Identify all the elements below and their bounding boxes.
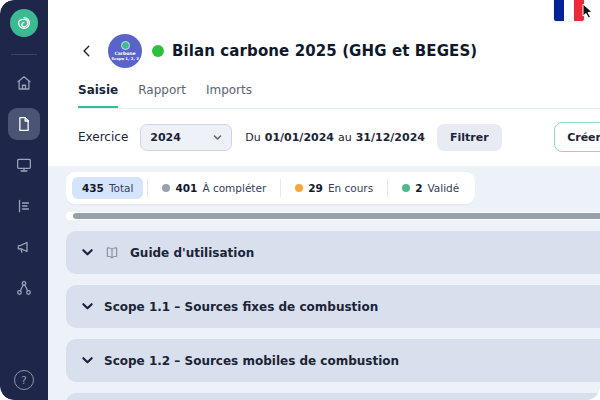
chip-total[interactable]: 435 Total xyxy=(72,177,143,199)
chevron-down-icon xyxy=(81,354,94,367)
chip-en-cours-label: En cours xyxy=(328,182,373,194)
app-window: ? Carbone Scope 1, 2, 3 Bila xyxy=(0,0,600,400)
org-chart-icon xyxy=(15,279,33,297)
chip-valide[interactable]: 2 Validé xyxy=(392,177,469,199)
gray-status-dot xyxy=(162,184,170,192)
spiral-logo-icon xyxy=(14,13,34,33)
exercice-select[interactable]: 2024 xyxy=(140,124,232,151)
accordion-scope-1-3[interactable]: Scope 1.3 – Emissions directes de procéd… xyxy=(66,393,600,400)
tab-saisie[interactable]: Saisie xyxy=(78,83,118,108)
filter-button[interactable]: Filtrer xyxy=(437,124,502,151)
chevron-down-icon xyxy=(81,246,94,259)
chip-total-label: Total xyxy=(109,182,134,194)
home-icon xyxy=(15,74,33,92)
date-range-text: Du 01/01/2024 au 31/12/2024 xyxy=(245,131,425,144)
horizontal-scrollbar-thumb[interactable] xyxy=(73,213,600,219)
filter-row: Exercice 2024 Du 01/01/2024 au 31/12/202… xyxy=(78,122,600,166)
sidebar-divider xyxy=(11,54,37,55)
exercice-selected-value: 2024 xyxy=(150,131,181,144)
header: Carbone Scope 1, 2, 3 Bilan carbone 2025… xyxy=(48,0,600,166)
document-icon xyxy=(15,115,33,133)
title-status-dot xyxy=(152,45,164,57)
tab-rapport[interactable]: Rapport xyxy=(138,83,186,108)
sidebar-item-documents[interactable] xyxy=(8,108,40,140)
chevron-down-icon xyxy=(213,133,222,142)
language-flag-french[interactable] xyxy=(554,0,584,21)
date-start: 01/01/2024 xyxy=(265,131,334,144)
report-list-icon xyxy=(15,197,33,215)
main-panel: Carbone Scope 1, 2, 3 Bilan carbone 2025… xyxy=(48,0,600,400)
exercice-label: Exercice xyxy=(78,130,128,144)
accordion-label: Scope 1.1 – Sources fixes de combustion xyxy=(104,300,378,314)
date-separator: au xyxy=(338,131,352,144)
sidebar-item-home[interactable] xyxy=(8,67,40,99)
flag-white-stripe xyxy=(564,0,574,21)
chip-divider xyxy=(147,179,148,197)
green-status-dot xyxy=(402,184,410,192)
accordion-guide-utilisation[interactable]: Guide d'utilisation xyxy=(66,231,600,274)
chip-valide-label: Validé xyxy=(427,182,459,194)
content-area: 435 Total 401 À compléter 29 En cours xyxy=(48,166,600,400)
create-button[interactable]: Créer xyxy=(554,122,600,152)
chip-a-completer-count: 401 xyxy=(175,182,197,194)
horizontal-scrollbar-track xyxy=(66,212,600,220)
date-prefix: Du xyxy=(245,131,260,144)
sidebar-item-organization[interactable] xyxy=(8,272,40,304)
sidebar-item-announcements[interactable] xyxy=(8,231,40,263)
chevron-left-icon xyxy=(80,44,94,58)
chip-total-count: 435 xyxy=(82,182,104,194)
date-end: 31/12/2024 xyxy=(356,131,425,144)
accordion-label: Guide d'utilisation xyxy=(130,246,254,260)
badge-logo-icon xyxy=(121,41,130,50)
accordion-scope-1-1[interactable]: Scope 1.1 – Sources fixes de combustion xyxy=(66,285,600,328)
help-label: ? xyxy=(21,374,27,387)
chip-divider xyxy=(387,179,388,197)
chip-a-completer-label: À compléter xyxy=(202,182,266,194)
carbone-scope-badge: Carbone Scope 1, 2, 3 xyxy=(108,34,142,68)
tab-bar: Saisie Rapport Imports xyxy=(78,83,600,109)
accordion-scope-1-2[interactable]: Scope 1.2 – Sources mobiles de combustio… xyxy=(66,339,600,382)
sidebar-item-reports[interactable] xyxy=(8,190,40,222)
megaphone-icon xyxy=(15,238,33,256)
back-button[interactable] xyxy=(78,42,96,60)
book-icon xyxy=(104,245,120,261)
accordion-label: Scope 1.2 – Sources mobiles de combustio… xyxy=(104,354,399,368)
monitor-icon xyxy=(15,156,33,174)
title-row: Carbone Scope 1, 2, 3 Bilan carbone 2025… xyxy=(78,34,600,68)
app-logo[interactable] xyxy=(10,9,38,37)
chip-en-cours-count: 29 xyxy=(308,182,323,194)
chip-en-cours[interactable]: 29 En cours xyxy=(285,177,383,199)
help-button[interactable]: ? xyxy=(14,370,34,390)
sidebar-item-monitor[interactable] xyxy=(8,149,40,181)
chip-divider xyxy=(280,179,281,197)
chip-valide-count: 2 xyxy=(415,182,422,194)
status-summary-card: 435 Total 401 À compléter 29 En cours xyxy=(66,172,475,204)
chip-a-completer[interactable]: 401 À compléter xyxy=(152,177,276,199)
page-title: Bilan carbone 2025 (GHG et BEGES) xyxy=(172,42,477,60)
orange-status-dot xyxy=(295,184,303,192)
mouse-cursor-icon xyxy=(581,3,595,19)
badge-line2: Scope 1, 2, 3 xyxy=(111,56,139,61)
flag-blue-stripe xyxy=(554,0,564,21)
tab-imports[interactable]: Imports xyxy=(206,83,252,108)
chevron-down-icon xyxy=(81,300,94,313)
sidebar: ? xyxy=(0,0,48,400)
